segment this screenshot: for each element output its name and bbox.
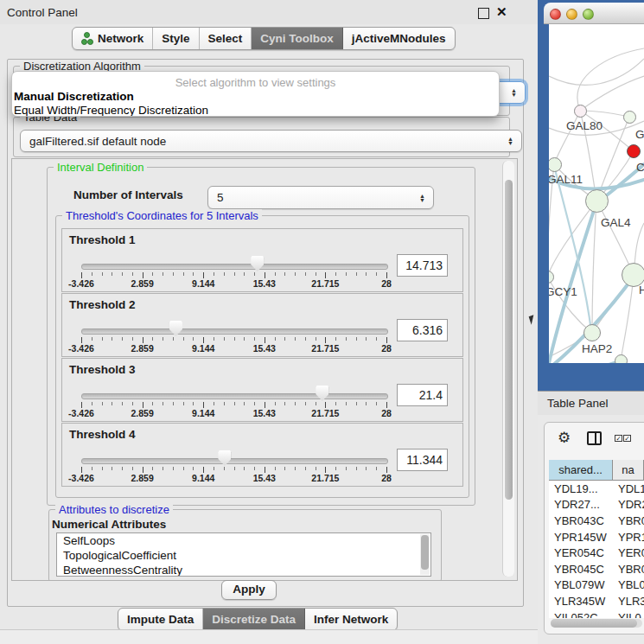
table-row[interactable]: YER054CYER0 — [549, 545, 644, 561]
node-label: GAL11 — [549, 173, 583, 186]
tick — [102, 272, 103, 276]
attributes-group-title: Attributes to discretize — [55, 503, 173, 516]
attribute-list-item[interactable]: TopologicalCoefficient — [57, 548, 430, 563]
network-node-gal4[interactable] — [585, 189, 609, 213]
settings-vertical-scrollbar[interactable] — [502, 161, 514, 577]
threshold-panel: Threshold 1-3.4262.8599.14415.4321.71528… — [61, 228, 463, 292]
tick-label: 2.859 — [124, 343, 162, 354]
threshold-slider-track[interactable] — [81, 264, 388, 270]
bottom-strip — [0, 629, 538, 644]
table-row[interactable]: YBR043CYBR0 — [549, 513, 644, 529]
tick — [386, 272, 387, 278]
tick — [295, 272, 296, 276]
tab-discretize-data[interactable]: Discretize Data — [203, 609, 305, 630]
tick — [254, 402, 255, 405]
dropdown-placeholder-item[interactable]: Select algorithm to view settings — [12, 72, 499, 89]
table-row[interactable]: YBL079WYBL0 — [549, 577, 644, 594]
dropdown-option[interactable]: Equal Width/Frequency Discretization — [12, 103, 499, 117]
tick — [284, 402, 285, 405]
tick-label: 2.859 — [124, 278, 162, 289]
threshold-slider-track[interactable] — [81, 393, 388, 399]
table-row[interactable]: YLR345WYLR3 — [549, 593, 644, 609]
zoom-traffic-light-icon[interactable] — [583, 9, 594, 20]
tab-jactivemnodules[interactable]: jActiveMNodules — [343, 28, 455, 49]
table-row[interactable]: YBR045CYBR0 — [549, 561, 644, 577]
node-label: C — [636, 161, 644, 174]
threshold-label: Threshold 4 — [69, 428, 136, 441]
table-data-combobox[interactable]: galFiltered.sif default node ▲▼ — [20, 130, 522, 152]
tick — [81, 337, 82, 343]
checkbox-icon[interactable]: ✓ — [623, 435, 631, 442]
threshold-value-field[interactable]: 14.713 — [397, 254, 448, 277]
dropdown-option[interactable]: Manual Discretization — [12, 89, 499, 103]
threshold-value-field[interactable]: 6.316 — [397, 319, 448, 341]
table-data-group: Table Data galFiltered.sif default node … — [13, 117, 510, 157]
network-window-titlebar[interactable] — [544, 3, 644, 24]
tick — [346, 402, 347, 405]
tick-label: 2.859 — [124, 408, 162, 418]
table-row[interactable]: YDL19...YDL1 — [549, 481, 644, 497]
tick — [284, 272, 285, 276]
attribute-list-item[interactable]: BetweennessCentrality — [57, 563, 430, 577]
table-row[interactable]: YPR145WYPR1 — [549, 529, 644, 545]
tick-label: 21.715 — [306, 408, 344, 418]
number-of-intervals-combobox[interactable]: 5 ▲▼ — [207, 186, 434, 209]
tick — [325, 467, 326, 473]
tab-cyni-toolbox[interactable]: Cyni Toolbox — [252, 28, 343, 49]
tick — [356, 337, 357, 341]
network-node-gal11[interactable] — [549, 157, 562, 172]
threshold-value-field[interactable]: 11.344 — [397, 449, 448, 471]
tick — [143, 272, 143, 278]
tick — [203, 272, 204, 278]
tick — [376, 402, 377, 405]
checkbox-icon[interactable]: ✓ — [615, 435, 622, 442]
threshold-slider-track[interactable] — [81, 458, 388, 464]
tab-infer-network[interactable]: Infer Network — [305, 609, 397, 630]
column-header[interactable]: shared... — [549, 460, 613, 480]
table-row[interactable]: YDR27...YDR2 — [549, 497, 644, 513]
tick — [102, 402, 103, 405]
tab-network[interactable]: Network — [73, 28, 153, 49]
attributes-list-scrollbar[interactable] — [420, 534, 430, 575]
tick — [122, 402, 123, 405]
tick — [122, 272, 123, 276]
attribute-list-item[interactable]: SelfLoops — [57, 533, 430, 548]
threshold-slider-track[interactable] — [81, 328, 388, 335]
network-node-gal80[interactable] — [574, 105, 587, 118]
tab-style[interactable]: Style — [153, 28, 199, 49]
table-cell: YLR3 — [613, 593, 644, 609]
tick — [366, 272, 367, 276]
tick — [143, 402, 143, 408]
network-node-c[interactable] — [627, 144, 641, 158]
split-view-icon[interactable] — [587, 431, 602, 445]
tick — [234, 337, 235, 341]
table-row[interactable]: YIL052CYIL0 — [549, 609, 644, 618]
gear-icon[interactable]: ⚙ — [558, 429, 571, 447]
network-node-ga[interactable] — [623, 111, 636, 124]
tab-select[interactable]: Select — [200, 28, 252, 49]
table-horizontal-scrollbar[interactable] — [551, 619, 642, 628]
numerical-attributes-list[interactable]: SelfLoopsTopologicalCoefficientBetweenne… — [56, 532, 431, 577]
minimize-traffic-light-icon[interactable] — [566, 9, 577, 20]
tick — [356, 402, 357, 405]
threshold-value-field[interactable]: 21.4 — [397, 384, 448, 406]
tick — [183, 467, 184, 470]
tick — [275, 337, 276, 341]
float-window-icon[interactable] — [478, 8, 489, 19]
tick-label: 9.144 — [184, 278, 222, 289]
column-header[interactable]: na — [613, 460, 644, 480]
node-label: GA — [635, 128, 644, 141]
apply-button[interactable]: Apply — [221, 580, 277, 600]
network-node-hap2[interactable] — [583, 324, 601, 341]
tick — [265, 402, 265, 408]
close-icon[interactable]: ✕ — [496, 4, 507, 20]
tick — [295, 467, 296, 470]
threshold-label: Threshold 1 — [69, 233, 136, 246]
network-node[interactable] — [615, 354, 628, 364]
tab-impute-data[interactable]: Impute Data — [118, 609, 203, 630]
combo-arrows-icon: ▲▼ — [419, 194, 425, 202]
tick-label: 15.43 — [245, 473, 284, 483]
network-canvas[interactable]: GAL80GACGAL11GAL4GCY1HHAP2 — [549, 24, 644, 363]
tick — [132, 467, 133, 470]
close-traffic-light-icon[interactable] — [550, 9, 561, 20]
